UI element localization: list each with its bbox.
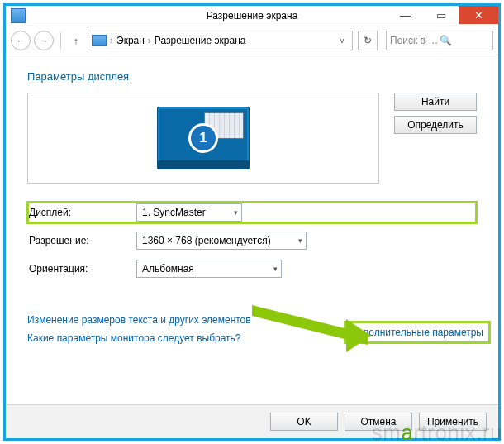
orientation-row: Ориентация: Альбомная ▾	[27, 258, 477, 279]
search-placeholder: Поиск в панели у...	[390, 35, 440, 46]
monitor-icon	[92, 35, 107, 46]
display-preview[interactable]: 1	[27, 93, 379, 184]
orientation-label: Ориентация:	[27, 263, 136, 275]
search-input[interactable]: Поиск в панели у... 🔍	[386, 31, 493, 50]
address-bar[interactable]: › Экран › Разрешение экрана v	[88, 31, 353, 50]
display-row: Дисплей: 1. SyncMaster ▾	[27, 202, 477, 223]
taskbar-strip	[158, 160, 249, 169]
ok-button[interactable]: OK	[270, 413, 338, 431]
resolution-select[interactable]: 1360 × 768 (рекомендуется) ▾	[136, 232, 307, 250]
maximize-button[interactable]: ▭	[423, 6, 459, 24]
monitor-number: 1	[188, 123, 218, 153]
chevron-down-icon: ▾	[298, 236, 302, 245]
close-button[interactable]: ✕	[459, 6, 498, 24]
chevron-right-icon: ›	[148, 35, 151, 46]
chevron-right-icon: ›	[110, 35, 113, 46]
watermark: smartronix.ru	[372, 420, 502, 444]
display-select[interactable]: 1. SyncMaster ▾	[136, 203, 242, 222]
orientation-value: Альбомная	[142, 263, 194, 275]
search-icon: 🔍	[440, 35, 489, 46]
breadcrumb-current[interactable]: Разрешение экрана	[155, 35, 246, 46]
detect-button[interactable]: Определить	[394, 116, 477, 134]
find-button[interactable]: Найти	[394, 93, 477, 111]
monitor-thumbnail[interactable]: 1	[157, 107, 250, 169]
chevron-down-icon: ▾	[273, 265, 278, 273]
page-heading: Параметры дисплея	[27, 70, 477, 83]
breadcrumb-root[interactable]: Экран	[116, 35, 145, 46]
chevron-down-icon[interactable]: v	[335, 36, 349, 45]
back-button[interactable]: ←	[11, 31, 31, 50]
refresh-button[interactable]: ↻	[358, 31, 378, 50]
advanced-settings-link[interactable]: Дополнительные параметры	[346, 323, 488, 341]
resolution-row: Разрешение: 1360 × 768 (рекомендуется) ▾	[27, 230, 477, 251]
forward-button[interactable]: →	[34, 31, 54, 50]
display-label: Дисплей:	[27, 207, 136, 218]
resolution-value: 1360 × 768 (рекомендуется)	[142, 235, 271, 246]
divider	[60, 32, 61, 49]
resolution-label: Разрешение:	[27, 235, 136, 246]
orientation-select[interactable]: Альбомная ▾	[136, 260, 282, 278]
up-button[interactable]: ↑	[68, 32, 84, 49]
minimize-button[interactable]: —	[388, 6, 423, 24]
chevron-down-icon: ▾	[234, 208, 238, 217]
display-value: 1. SyncMaster	[142, 207, 206, 218]
